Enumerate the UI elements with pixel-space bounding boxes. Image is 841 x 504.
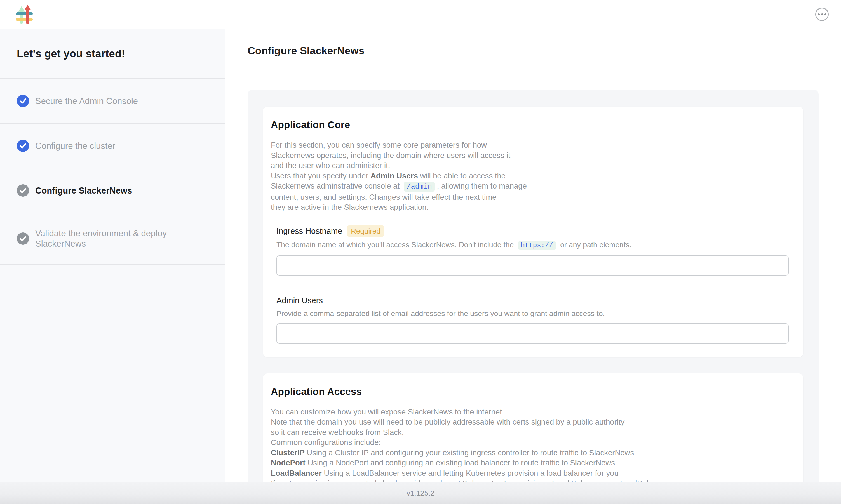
step-label: Configure the cluster — [35, 141, 115, 151]
config-panel: Application Core For this section, you c… — [248, 90, 819, 482]
ingress-hostname-input[interactable] — [276, 255, 789, 276]
ellipsis-icon — [821, 14, 823, 15]
sidebar-step-secure-admin-console[interactable]: Secure the Admin Console — [0, 79, 225, 124]
card-application-core: Application Core For this section, you c… — [263, 107, 803, 357]
field-help: The domain name at which you'll access S… — [276, 240, 789, 250]
field-label: Admin Users — [276, 295, 323, 305]
slackernews-logo-icon — [16, 4, 33, 24]
description-line: they are active in the Slackernews appli… — [271, 202, 795, 213]
section-description: For this section, you can specify some c… — [271, 140, 795, 213]
description-line: Slackernews operates, including the doma… — [271, 150, 795, 161]
field-help: Provide a comma-separated list of email … — [276, 309, 789, 318]
overflow-menu-button[interactable] — [815, 7, 829, 21]
setup-steps-sidebar: Let's get you started! Secure the Admin … — [0, 29, 225, 483]
title-divider — [248, 72, 819, 72]
top-header — [0, 0, 841, 29]
admin-users-input[interactable] — [276, 323, 789, 344]
ellipsis-icon — [818, 14, 820, 15]
field-ingress-hostname: Ingress Hostname Required The domain nam… — [276, 226, 789, 276]
check-circle-icon — [17, 184, 29, 197]
content-body: Let's get you started! Secure the Admin … — [0, 29, 841, 483]
card-application-access: Application Access You can customize how… — [263, 373, 803, 482]
required-badge: Required — [347, 226, 384, 237]
description-line: You can customize how you will expose Sl… — [271, 407, 795, 417]
sidebar-title: Let's get you started! — [0, 29, 225, 79]
check-circle-icon — [17, 232, 29, 245]
step-label: Validate the environment & deploy Slacke… — [35, 228, 192, 249]
description-line: For this section, you can specify some c… — [271, 140, 795, 150]
sidebar-step-validate-deploy[interactable]: Validate the environment & deploy Slacke… — [0, 213, 225, 265]
description-line: Note that the domain you use will need t… — [271, 417, 795, 427]
description-line: Slackernews adminstrative console at /ad… — [271, 181, 795, 192]
field-admin-users: Admin Users Provide a comma-separated li… — [276, 295, 789, 344]
ellipsis-icon — [824, 14, 826, 15]
section-description: You can customize how you will expose Sl… — [271, 407, 795, 482]
version-text: v1.125.2 — [407, 489, 434, 498]
description-line: Users that you specify under Admin Users… — [271, 171, 795, 181]
check-circle-icon — [17, 140, 29, 152]
section-title-application-core: Application Core — [271, 119, 795, 131]
description-line: ClusterIP Using a Cluster IP and configu… — [271, 448, 795, 458]
sidebar-step-configure-slackernews[interactable]: Configure SlackerNews — [0, 168, 225, 213]
sidebar-step-configure-cluster[interactable]: Configure the cluster — [0, 124, 225, 168]
description-line: LoadBalancer Using a LoadBalancer servic… — [271, 468, 795, 479]
step-label: Configure SlackerNews — [35, 185, 132, 196]
description-line: Common configurations include: — [271, 437, 795, 448]
description-line: and the user who can administer it. — [271, 161, 795, 171]
description-line: If you're running in a supported cloud p… — [271, 478, 795, 482]
main-content: Configure SlackerNews Application Core F… — [225, 29, 841, 483]
description-line: so it can receive webhooks from Slack. — [271, 427, 795, 438]
field-label: Ingress Hostname — [276, 226, 342, 236]
section-title-application-access: Application Access — [271, 386, 795, 397]
description-line: content, users, and settings. Changes wi… — [271, 192, 795, 202]
step-label: Secure the Admin Console — [35, 96, 138, 106]
page-title: Configure SlackerNews — [248, 45, 841, 57]
description-line: NodePort Using a NodePort and configurin… — [271, 458, 795, 468]
check-circle-icon — [17, 95, 29, 107]
app-footer: v1.125.2 — [0, 483, 841, 504]
app-window: Let's get you started! Secure the Admin … — [0, 0, 841, 504]
